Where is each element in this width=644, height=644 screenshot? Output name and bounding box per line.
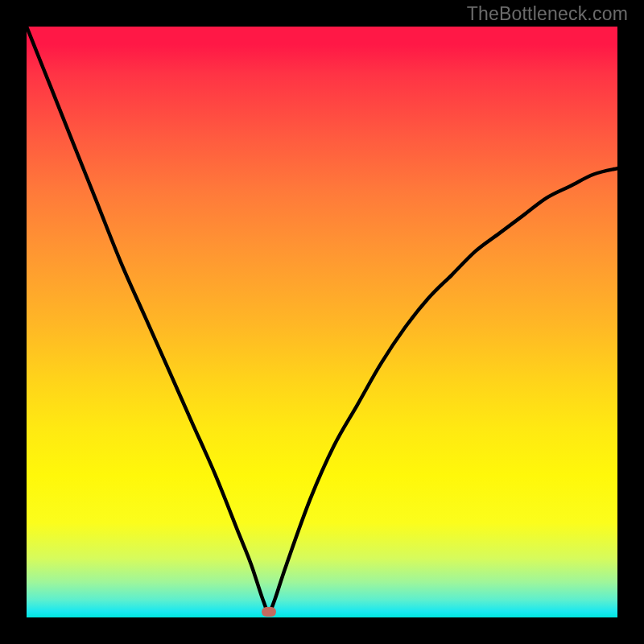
plot-area — [27, 27, 617, 617]
chart-frame: TheBottleneck.com — [0, 0, 644, 644]
curve-svg — [27, 27, 617, 617]
curve-path — [27, 27, 617, 612]
minimum-marker — [262, 607, 276, 617]
attribution-text: TheBottleneck.com — [467, 3, 628, 25]
